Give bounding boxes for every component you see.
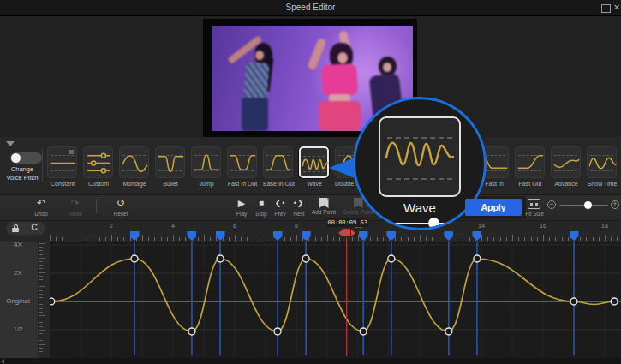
add-point-button[interactable]: Add Point [309,197,338,215]
axis-tick [39,344,45,345]
preset-constant[interactable]: Constant [47,146,78,187]
wave-thumbnail-zoomed [379,116,461,197]
axis-tick [39,265,43,266]
fit-size-label: Fit Size [517,211,552,217]
ruler-tick [457,237,457,241]
snap-icon[interactable]: C [28,222,40,234]
ruler-tick [69,237,69,241]
curve-point[interactable] [360,328,367,335]
axis-tick [39,290,43,291]
preset-label: Fast Out [515,181,546,187]
zoom-slider-handle[interactable] [584,201,592,209]
preset-label: Ease In Out [263,181,294,187]
preset-custom[interactable]: Custom [83,146,114,187]
speed-curve-plot[interactable] [50,242,621,358]
playhead-line[interactable] [346,237,348,356]
ruler-tick [272,237,272,241]
axis-label-original: Original [0,297,36,305]
ruler-tick [352,237,353,241]
close-button[interactable]: ✕ [613,2,621,14]
curve-point[interactable] [302,255,309,262]
zoom-in-button[interactable]: + [611,200,619,209]
ruler-tick [339,237,340,241]
playhead-handle[interactable] [336,228,357,237]
maximize-button[interactable] [601,4,611,13]
zoom-out-button[interactable]: − [547,200,556,209]
ruler-tick [130,237,131,241]
ruler-tick [99,237,100,241]
ruler-tick [93,237,93,241]
scroll-left-icon[interactable] [1,359,4,364]
preset-bullet[interactable]: Bullet [155,146,186,187]
axis-tick [39,301,45,301]
curve-point[interactable] [188,328,195,335]
curve-point[interactable] [131,255,138,262]
divider [42,149,43,182]
ruler-tick [204,235,205,241]
ruler-tick [87,237,87,241]
fit-size-icon[interactable] [528,199,540,209]
preset-fast-out[interactable]: Fast Out [515,146,546,187]
axis-label-1/2: 1/2 [0,325,36,333]
preset-label: Jump [191,181,222,187]
ruler-tick [518,237,519,241]
next-button[interactable]: •❯ Next [288,197,310,217]
ruler-tick [395,237,396,241]
ruler-tick [586,237,587,241]
axis-tick [39,337,43,337]
next-icon: •❯ [288,197,310,210]
ruler-tick [555,237,556,241]
ruler-tick [260,237,260,241]
delete-point-icon [354,198,363,208]
ruler-tick [512,235,513,241]
preset-fast-in-out[interactable]: Fast In Out [227,146,258,187]
voice-pitch-toggle[interactable] [10,152,42,164]
axis-tick [39,351,43,352]
preset-label: Montage [119,181,150,187]
ruler-tick [247,237,248,241]
curve-point[interactable] [50,298,55,305]
undo-button[interactable]: ↶ Undo [29,197,53,217]
ruler-number: 8 [290,223,303,229]
curve-point[interactable] [474,255,481,262]
ruler-tick [383,237,384,241]
preset-montage[interactable]: Montage [119,146,150,187]
preset-label: Fast In Out [227,181,258,187]
apply-button[interactable]: Apply [465,199,522,216]
axis-tick [39,322,43,323]
curve-point[interactable] [274,328,281,335]
window-title: Speed Editor [0,0,621,15]
axis-tick [39,304,43,305]
ruler-tick [493,237,494,241]
ruler-tick [161,237,162,241]
curve-point[interactable] [570,298,577,305]
ruler-number: 6 [228,223,242,229]
axis-tick [39,276,43,277]
reset-button[interactable]: ↺ Reset [109,197,133,217]
curve-point[interactable] [445,328,452,335]
preset-wave[interactable]: Wave [299,146,330,187]
preset-ease-in-out[interactable]: Ease In Out [263,146,294,187]
preset-thumbnail [83,146,113,178]
preset-advance[interactable]: Advance [551,146,582,187]
redo-button[interactable]: ↷ Redo [63,197,87,217]
preset-show-time[interactable]: Show Time [587,146,618,187]
axis-tick [39,258,45,259]
curve-point[interactable] [388,255,395,262]
preset-thumbnail [119,146,149,178]
axis-tick [39,279,43,280]
collapse-arrow-icon[interactable] [6,141,15,146]
ruler-tick [377,237,378,241]
intensity-slider-handle[interactable] [428,218,439,229]
ruler-tick [568,237,569,241]
curve-point[interactable] [611,298,618,305]
preset-jump[interactable]: Jump [191,146,222,187]
ruler-tick [111,235,112,241]
divider [96,199,97,213]
ruler-tick [148,237,149,241]
playhead-timestamp: 00:00:09.63 [327,218,368,227]
curve-point[interactable] [217,255,224,262]
ruler-tick [210,237,211,241]
ruler-tick [445,237,445,241]
ruler-tick [62,237,63,241]
